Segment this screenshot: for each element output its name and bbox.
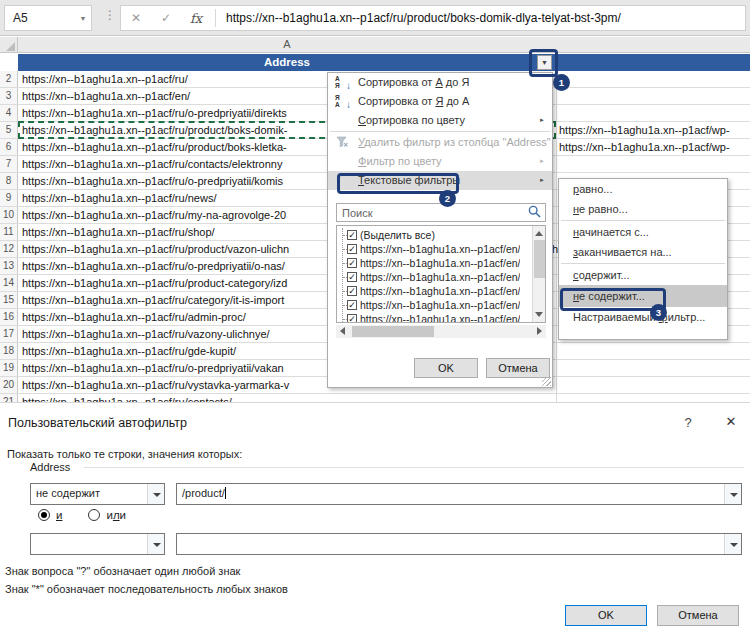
row-number[interactable]: 19 xyxy=(0,360,18,376)
chevron-down-icon[interactable] xyxy=(147,484,164,504)
menu-item-sort-by-color[interactable]: Сортировка по цвету ► xyxy=(328,111,552,130)
row-number[interactable]: 13 xyxy=(0,258,18,274)
scrollbar-thumb[interactable] xyxy=(352,326,434,337)
cell-url[interactable]: https://xn--b1aghu1a.xn--p1acf/ru/o-pred… xyxy=(18,173,283,189)
submenu-item-begins-with[interactable]: начинается с... xyxy=(559,222,727,242)
row-number[interactable]: 15 xyxy=(0,292,18,308)
or-radio-label[interactable]: или xyxy=(106,509,126,521)
cell-url[interactable]: https://xn--b1aghu1a.xn--p1acf/ru/produc… xyxy=(18,139,287,155)
horizontal-scrollbar[interactable] xyxy=(336,325,546,338)
cell-url[interactable]: https://xn--b1aghu1a.xn--p1acf/ru/produc… xyxy=(18,122,287,138)
cell-reference[interactable]: A5 xyxy=(5,11,75,25)
row-number[interactable]: 3 xyxy=(0,88,18,104)
cell-url[interactable]: https://xn--b1aghu1a.xn--p1acf/ru/contac… xyxy=(18,394,232,402)
filter-ok-button[interactable]: OK xyxy=(414,358,478,378)
checkbox-checked[interactable]: ✓ xyxy=(347,258,357,268)
row-number[interactable]: 14 xyxy=(0,275,18,291)
list-item[interactable]: ✓https://xn--b1aghu1a.xn--p1acf/en/pro xyxy=(343,284,520,298)
cell-url[interactable]: https://xn--b1aghu1a.xn--p1acf/ru/contac… xyxy=(18,156,282,172)
criteria-combo-2[interactable] xyxy=(176,533,742,555)
submenu-item-not-contains[interactable]: не содержит... xyxy=(559,285,727,307)
cell-url[interactable]: https://xn--b1aghu1a.xn--p1acf/ru/o-pred… xyxy=(18,105,287,121)
scroll-right-icon[interactable] xyxy=(533,325,546,338)
checkbox-checked[interactable]: ✓ xyxy=(347,244,357,254)
scroll-left-icon[interactable] xyxy=(336,325,349,338)
filter-search-input[interactable]: Поиск xyxy=(336,203,546,222)
filter-dropdown-button[interactable]: ▼ xyxy=(537,55,552,70)
submenu-item-contains[interactable]: содержит... xyxy=(559,265,727,285)
row-number[interactable]: 4 xyxy=(0,105,18,121)
chevron-down-icon[interactable] xyxy=(724,484,741,504)
cell-url[interactable]: https://xn--b1aghu1a.xn--p1acf/ru/produc… xyxy=(18,241,289,257)
menu-item-sort-az[interactable]: АЯ↓ Сортировка от А до Я xyxy=(328,73,552,92)
cell-url[interactable]: https://xn--b1aghu1a.xn--p1acf/ru/o-pred… xyxy=(18,258,285,274)
scrollbar-thumb[interactable] xyxy=(534,240,545,278)
formula-text[interactable]: https://xn--b1aghu1a.xn--p1acf/ru/produc… xyxy=(220,11,621,25)
row-number[interactable]: 21 xyxy=(0,394,18,402)
submenu-item-not-equals[interactable]: не равно... xyxy=(559,199,727,219)
row-number[interactable]: 6 xyxy=(0,139,18,155)
menu-item-sort-za[interactable]: ЯА↓ Сортировка от Я до А xyxy=(328,92,552,111)
cell-url[interactable]: https://xn--b1aghu1a.xn--p1acf/ru/ xyxy=(18,71,188,87)
list-item-select-all[interactable]: ✓(Выделить все) xyxy=(343,228,520,242)
scroll-up-icon[interactable] xyxy=(533,228,545,240)
name-box[interactable]: A5 ▼ xyxy=(4,5,92,31)
operator-select-2[interactable] xyxy=(30,533,165,555)
cell-url[interactable]: https://xn--b1aghu1a.xn--p1acf/ru/vazony… xyxy=(18,326,270,342)
chevron-down-icon[interactable] xyxy=(724,534,741,554)
column-a-header[interactable]: A xyxy=(18,38,556,50)
cell-url[interactable]: https://xn--b1aghu1a.xn--p1acf/ru/my-na-… xyxy=(18,207,286,223)
vertical-scrollbar[interactable] xyxy=(532,226,545,322)
row-number[interactable]: 7 xyxy=(0,156,18,172)
row-number[interactable]: 10 xyxy=(0,207,18,223)
dialog-cancel-button[interactable]: Отмена xyxy=(657,605,739,626)
checkbox-checked[interactable]: ✓ xyxy=(347,272,357,282)
row-number[interactable]: 16 xyxy=(0,309,18,325)
row-number[interactable]: 8 xyxy=(0,173,18,189)
name-box-dropdown-icon[interactable]: ▼ xyxy=(75,15,91,22)
cell-url[interactable]: https://xn--b1aghu1a.xn--p1acf/ru/news/ xyxy=(18,190,216,206)
cell-url[interactable]: https://xn--b1aghu1a.xn--p1acf/ru/catego… xyxy=(18,292,284,308)
close-icon[interactable]: ✕ xyxy=(720,414,742,429)
list-item[interactable]: ✓https://xn--b1aghu1a.xn--p1acf/en/con xyxy=(343,256,520,270)
and-radio[interactable] xyxy=(38,509,50,521)
cell-url[interactable]: https://xn--b1aghu1a.xn--p1acf/ru/vystav… xyxy=(18,377,289,393)
checkbox-checked[interactable]: ✓ xyxy=(347,314,357,323)
submenu-item-custom-filter[interactable]: Настраиваемый фильтр... xyxy=(559,307,727,327)
row-number[interactable]: 2 xyxy=(0,71,18,87)
cell-b5-overflow[interactable]: https://xn--b1aghu1a.xn--p1acf/wp- xyxy=(559,122,730,138)
select-all-corner[interactable] xyxy=(0,37,18,53)
dialog-ok-button[interactable]: OK xyxy=(565,605,647,626)
cancel-icon[interactable]: ✕ xyxy=(121,11,151,25)
checkbox-checked[interactable]: ✓ xyxy=(347,300,357,310)
row-number[interactable]: 9 xyxy=(0,190,18,206)
checkbox-checked[interactable]: ✓ xyxy=(347,286,357,296)
cell-url[interactable]: https://xn--b1aghu1a.xn--p1acf/ru/admin-… xyxy=(18,309,246,325)
insert-function-icon[interactable]: fx xyxy=(181,11,211,26)
table-row[interactable]: 21https://xn--b1aghu1a.xn--p1acf/ru/cont… xyxy=(0,394,750,402)
filter-cancel-button[interactable]: Отмена xyxy=(486,358,550,378)
resize-grip[interactable] xyxy=(542,377,551,386)
submenu-item-equals[interactable]: равно... xyxy=(559,179,727,199)
row-number[interactable]: 17 xyxy=(0,326,18,342)
list-item[interactable]: ✓https://xn--b1aghu1a.xn--p1acf/en/nev xyxy=(343,270,520,284)
search-icon[interactable] xyxy=(528,205,541,220)
row-number[interactable]: 5 xyxy=(0,122,18,138)
cell-url[interactable]: https://xn--b1aghu1a.xn--p1acf/ru/shop/ xyxy=(18,224,215,240)
submenu-item-ends-with[interactable]: заканчивается на... xyxy=(559,242,727,262)
help-icon[interactable]: ? xyxy=(678,415,698,430)
menu-item-text-filters[interactable]: Текстовые фильтры ► xyxy=(328,171,552,190)
and-radio-label[interactable]: и xyxy=(56,509,62,521)
scroll-down-icon[interactable] xyxy=(533,308,545,320)
enter-icon[interactable]: ✓ xyxy=(151,11,181,25)
or-radio[interactable] xyxy=(88,509,100,521)
row-number[interactable]: 18 xyxy=(0,343,18,359)
cell-url[interactable]: https://xn--b1aghu1a.xn--p1acf/ru/gde-ku… xyxy=(18,343,236,359)
cell-b6-overflow[interactable]: https://xn--b1aghu1a.xn--p1acf/wp- xyxy=(559,139,730,155)
list-item[interactable]: ✓https://xn--b1aghu1a.xn--p1acf/en/ xyxy=(343,242,520,256)
row-number[interactable]: 20 xyxy=(0,377,18,393)
list-item[interactable]: ✓https://xn--b1aghu1a.xn--p1acf/en/pro xyxy=(343,298,520,312)
row-number[interactable]: 12 xyxy=(0,241,18,257)
operator-select-1[interactable]: не содержит xyxy=(30,483,165,505)
cell-url[interactable]: https://xn--b1aghu1a.xn--p1acf/ru/produc… xyxy=(18,275,287,291)
